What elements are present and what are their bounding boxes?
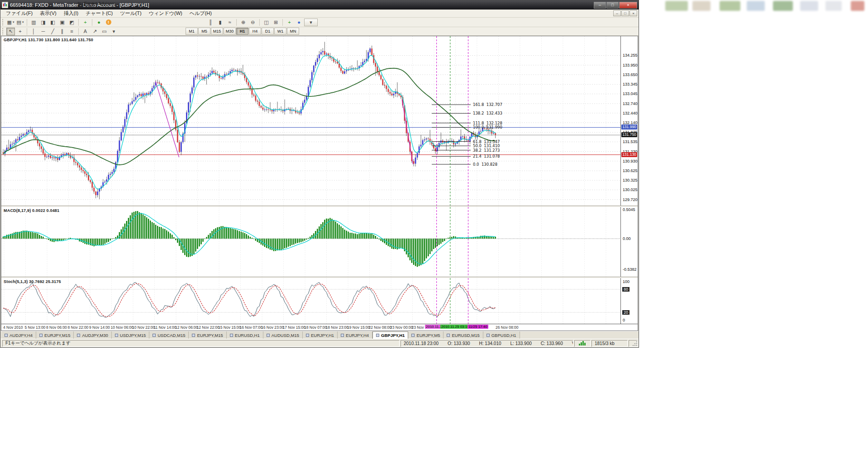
- chart-tab[interactable]: AUDJPY,H4: [1, 331, 36, 339]
- mdi-restore-button[interactable]: □: [621, 10, 629, 16]
- profiles-button[interactable]: ▤▾: [16, 19, 24, 26]
- price-axis[interactable]: 134.255133.950133.650133.345133.045132.7…: [620, 36, 638, 206]
- timeframe-m1-button[interactable]: M1: [186, 28, 198, 35]
- zoom-out-button[interactable]: ⊖: [248, 19, 257, 26]
- restore-button[interactable]: □: [606, 2, 619, 9]
- chart-tab[interactable]: EURJPY,M5: [408, 331, 444, 339]
- symbol-ohlc-label: GBPJPY,H1 131.730 131.800 131.640 131.75…: [4, 38, 93, 42]
- periods-button[interactable]: ●: [295, 19, 303, 26]
- toolbar2-items: ↖+│─╱∥≡A↗▭▾: [6, 27, 119, 35]
- vertical-line-button[interactable]: │: [29, 28, 38, 35]
- resize-grip[interactable]: [632, 341, 638, 346]
- price-tick: 132.740: [623, 101, 638, 106]
- status-ohlc-cell: 2010.11.18 23:00O: 133.930H: 134.010L: 1…: [401, 340, 573, 347]
- timeframe-d1-button[interactable]: D1: [262, 28, 274, 35]
- timeframe-m30-button[interactable]: M30: [224, 28, 236, 35]
- new-chart-button[interactable]: ▦▾: [6, 19, 15, 26]
- horizontal-line-icon: ─: [42, 29, 45, 34]
- menu-view[interactable]: 表示(V): [36, 10, 60, 17]
- crosshair-button[interactable]: +: [16, 28, 24, 35]
- mdi-minimize-button[interactable]: –: [613, 10, 621, 16]
- highlighted-time-label: 11/25 17:40: [467, 325, 488, 329]
- chart-tab[interactable]: EURJPY,H1: [303, 331, 338, 339]
- navigator-button[interactable]: ◧: [48, 19, 57, 26]
- zoom-in-button[interactable]: ⊕: [239, 19, 248, 26]
- chart-tab[interactable]: EURUSD,H1: [227, 331, 263, 339]
- candlestick-chart-button[interactable]: ▮: [216, 19, 224, 26]
- fibonacci-button[interactable]: ≡: [67, 28, 76, 35]
- mdi-close-button[interactable]: ×: [630, 10, 637, 16]
- equidistant-channel-button[interactable]: ∥: [58, 28, 67, 35]
- macd-plot[interactable]: MACD(8,17,9) 0.0022 0.0481: [1, 207, 620, 277]
- chart-tab-label: USDJPY,M15: [120, 333, 146, 338]
- timeframe-w1-button[interactable]: W1: [274, 28, 286, 35]
- chart-tab[interactable]: EURJPY,M15: [189, 331, 226, 339]
- tile-windows-button[interactable]: ◫: [262, 19, 271, 26]
- terminal-button[interactable]: ▣: [58, 19, 67, 26]
- timeframe-m5-button[interactable]: M5: [198, 28, 210, 35]
- chart-tab[interactable]: AUDJPY,M30: [74, 331, 111, 339]
- chart-tab[interactable]: AUDUSD,M15: [263, 331, 303, 339]
- chart-tab-icon: [230, 334, 233, 337]
- price-chart-plot[interactable]: 161.8 132.707138.2 132.433111.8 132.1281…: [1, 36, 620, 206]
- line-chart-button[interactable]: ≈: [225, 19, 234, 26]
- chart-tab[interactable]: GBPUSD,H1: [483, 331, 520, 339]
- stoch-plot[interactable]: Stoch(5,1,3) 30.7692 25.3175: [1, 278, 620, 324]
- menu-charts[interactable]: チャート(C): [82, 10, 116, 17]
- market-watch-button[interactable]: ▥: [29, 19, 38, 26]
- menu-help[interactable]: ヘルプ(H): [186, 10, 215, 17]
- close-button[interactable]: ×: [619, 2, 637, 9]
- shapes-icon: ▭: [102, 29, 106, 34]
- cascade-windows-button[interactable]: ⊞: [272, 19, 280, 26]
- zoom-in-icon: ⊕: [241, 20, 245, 25]
- cursor-button[interactable]: ↖: [6, 28, 15, 35]
- macd-label: MACD(8,17,9) 0.0022 0.0481: [4, 208, 59, 213]
- desktop-peek: [639, 0, 868, 14]
- timeframe-h4-button[interactable]: H4: [249, 28, 261, 35]
- shapes-button[interactable]: ▭: [100, 28, 109, 35]
- expert-advisors-button[interactable]: ●Expert Advisors: [95, 19, 103, 26]
- menu-window[interactable]: ウィンドウ(W): [145, 10, 186, 17]
- chart-tab-label: EURJPY,M5: [416, 333, 440, 338]
- bar-chart-button[interactable]: ║: [206, 19, 215, 26]
- chart-tab[interactable]: EURJPY,M15: [36, 331, 74, 339]
- chart-tab[interactable]: EURUSD,M15: [444, 331, 483, 339]
- trendline-button[interactable]: ╱: [48, 28, 57, 35]
- chart-tab[interactable]: USDJPY,M15: [112, 331, 149, 339]
- time-axis[interactable]: 4 Nov 20105 Nov 13:008 Nov 06:008 Nov 22…: [1, 324, 638, 331]
- tools-more-icon: ▾: [113, 29, 115, 34]
- templates-button[interactable]: ▾: [304, 19, 318, 26]
- new-order-button[interactable]: +新規注文: [81, 19, 90, 26]
- data-window-icon: ◨: [41, 20, 45, 25]
- horizontal-line-button[interactable]: ─: [39, 28, 48, 35]
- toolbar-standard: ▦▾▤▾▥◨◧▣◩+新規注文●Expert Advisors!║▮≈⊕⊖◫⊞+●…: [0, 18, 639, 27]
- minimize-button[interactable]: –: [594, 2, 606, 9]
- chart-tab[interactable]: GBPJPY,H1: [372, 331, 408, 339]
- chart-tab-label: USDCAD,M15: [157, 333, 185, 338]
- chart-tab-label: EURJPY,M15: [197, 333, 223, 338]
- timeframe-mn-button[interactable]: MN: [287, 28, 299, 35]
- price-tick: 132.140: [623, 120, 638, 125]
- indicators-button[interactable]: +: [285, 19, 294, 26]
- chart-tab[interactable]: USDCAD,M15: [149, 331, 189, 339]
- chart-tab-label: EURJPY,M15: [44, 333, 70, 338]
- timeframe-h1-button[interactable]: H1: [236, 28, 248, 35]
- stoch-axis[interactable]: 10080200: [620, 278, 638, 324]
- stoch-tick: 20: [622, 310, 630, 315]
- svg-text:138.2 132.433: 138.2 132.433: [473, 111, 502, 115]
- strategy-tester-button[interactable]: ◩: [67, 19, 76, 26]
- macd-axis[interactable]: 0.50450.00-0.5382: [620, 207, 638, 277]
- timeframe-group: M1M5M15M30H1H4D1W1MN: [186, 27, 300, 35]
- svg-text:100.0 131.990: 100.0 131.990: [473, 125, 502, 129]
- ea-alert-button[interactable]: !: [104, 19, 113, 26]
- tools-more-button[interactable]: ▾: [110, 28, 118, 35]
- desktop-icon: [825, 1, 842, 11]
- timeframe-m15-button[interactable]: M15: [211, 28, 223, 35]
- arrow-tool-button[interactable]: ↗: [91, 28, 99, 35]
- menu-tools[interactable]: ツール(T): [116, 10, 145, 17]
- menu-insert[interactable]: 挿入(I): [60, 10, 82, 17]
- text-label-button[interactable]: A: [81, 28, 90, 35]
- menu-file[interactable]: ファイル(F): [2, 10, 36, 17]
- chart-tab[interactable]: EURJPY,H4: [338, 331, 372, 339]
- data-window-button[interactable]: ◨: [39, 19, 48, 26]
